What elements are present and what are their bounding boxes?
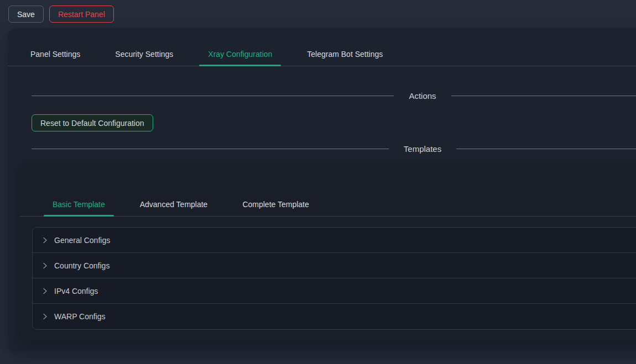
collapse-header-label: Country Configs [54, 261, 110, 270]
divider-line [451, 96, 636, 96]
templates-divider: Templates [32, 143, 636, 155]
collapse-header-label: IPv4 Configs [54, 287, 98, 296]
tab-advanced-template[interactable]: Advanced Template [131, 194, 217, 216]
tab-complete-template[interactable]: Complete Template [233, 194, 317, 216]
collapse-header-warp-configs[interactable]: WARP Configs [33, 304, 636, 329]
actions-divider-label: Actions [394, 91, 451, 101]
divider-line [456, 149, 636, 149]
actions-divider: Actions [32, 90, 636, 102]
collapse-header-general-configs[interactable]: General Configs [33, 228, 636, 253]
settings-card: Panel Settings Security Settings Xray Co… [8, 28, 636, 352]
divider-line [32, 149, 389, 149]
collapse-header-label: General Configs [54, 236, 110, 245]
tab-panel-settings[interactable]: Panel Settings [22, 44, 89, 66]
collapse-header-country-configs[interactable]: Country Configs [33, 253, 636, 278]
tab-basic-template[interactable]: Basic Template [44, 194, 114, 216]
templates-divider-label: Templates [389, 144, 456, 154]
collapse-header-ipv4-configs[interactable]: IPv4 Configs [33, 278, 636, 304]
templates-card: Basic Template Advanced Template Complet… [20, 164, 636, 341]
restart-panel-button[interactable]: Restart Panel [49, 6, 114, 23]
chevron-right-icon [41, 313, 48, 320]
chevron-right-icon [41, 262, 48, 269]
chevron-right-icon [41, 237, 48, 244]
tab-telegram-bot-settings[interactable]: Telegram Bot Settings [298, 44, 392, 66]
save-button[interactable]: Save [8, 6, 44, 23]
topbar: Save Restart Panel [0, 0, 636, 28]
chevron-right-icon [41, 288, 48, 294]
collapse-header-label: WARP Configs [54, 312, 106, 321]
divider-line [32, 96, 394, 96]
tab-security-settings[interactable]: Security Settings [106, 44, 182, 66]
configs-collapse: General Configs Country Configs IPv4 Con… [32, 227, 636, 330]
tab-xray-configuration[interactable]: Xray Configuration [199, 44, 281, 66]
template-tabbar: Basic Template Advanced Template Complet… [20, 194, 636, 217]
settings-tabbar: Panel Settings Security Settings Xray Co… [8, 44, 636, 66]
reset-default-configuration-button[interactable]: Reset to Default Configuration [32, 114, 153, 131]
